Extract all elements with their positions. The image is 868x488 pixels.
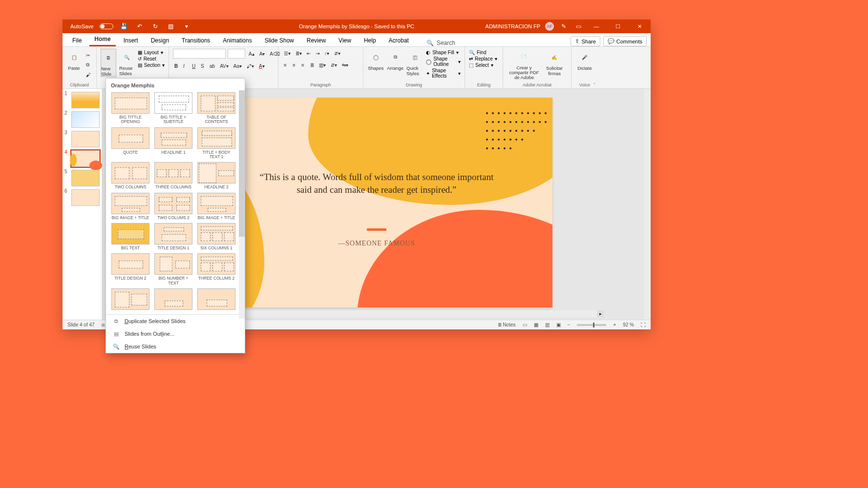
slide-canvas[interactable]: “This is a quote. Words full of wisdom t… xyxy=(201,98,552,307)
qat-more-icon[interactable]: ▾ xyxy=(182,21,191,31)
reuse-slides[interactable]: 🔍Reuse Slides xyxy=(106,340,245,353)
bold-button[interactable]: B xyxy=(173,61,180,70)
slide-thumb-4[interactable]: 4 xyxy=(65,150,99,167)
undo-icon[interactable]: ↶ xyxy=(135,21,145,31)
slide-thumbnails-pane[interactable]: 1 2 3 4 5 6 xyxy=(63,89,103,320)
underline-button[interactable]: U xyxy=(191,61,197,70)
layout-option[interactable] xyxy=(111,288,150,311)
tab-review[interactable]: Review xyxy=(302,34,331,46)
notes-button[interactable]: ≣ Notes xyxy=(498,322,516,327)
layout-option[interactable]: BIG IMAGE + TITLE xyxy=(197,193,236,220)
columns-icon[interactable]: ▥▾ xyxy=(318,61,327,69)
window-maximize[interactable]: ☐ xyxy=(610,20,626,33)
numbering-icon[interactable]: ≣▾ xyxy=(294,49,303,58)
adobe-create-pdf-button[interactable]: 📄Crear y compartir PDF de Adobe xyxy=(507,49,541,80)
line-spacing-icon[interactable]: ↕▾ xyxy=(323,49,331,58)
char-spacing-icon[interactable]: AV▾ xyxy=(218,61,230,70)
slide-thumb-1[interactable]: 1 xyxy=(65,92,99,108)
strike-button[interactable]: S xyxy=(199,61,206,70)
align-right-icon[interactable]: ≡ xyxy=(300,61,307,69)
layout-option[interactable]: BIG NUMBER + TEXT xyxy=(154,253,193,285)
window-close[interactable]: ✕ xyxy=(631,20,648,33)
layout-option[interactable]: HEADLINE 1 xyxy=(154,127,193,160)
quote-text[interactable]: “This is a quote. Words full of wisdom t… xyxy=(259,171,494,196)
layout-option[interactable]: SIX COLUMNS 1 xyxy=(197,223,236,250)
view-slideshow-icon[interactable]: ▣ xyxy=(556,322,561,327)
layout-option[interactable]: BIG TEXT xyxy=(111,223,150,250)
section-button[interactable]: ▤Section ▾ xyxy=(138,62,165,68)
align-justify-icon[interactable]: ≣ xyxy=(309,61,316,69)
comments-button[interactable]: 💬Comments xyxy=(603,36,647,46)
quick-styles-button[interactable]: ◫Quick Styles xyxy=(406,49,423,76)
change-case-icon[interactable]: Aa▾ xyxy=(232,61,243,70)
layout-option[interactable]: TITLE DESIGN 1 xyxy=(154,223,193,250)
grow-font-icon[interactable]: A▴ xyxy=(247,49,256,58)
quote-attribution[interactable]: —SOMEONE FAMOUS xyxy=(201,240,552,247)
tab-transitions[interactable]: Transitions xyxy=(177,34,215,46)
zoom-percent[interactable]: 92 % xyxy=(623,322,634,327)
layout-option[interactable]: TABLE OF CONTENTS xyxy=(197,92,236,124)
tab-insert[interactable]: Insert xyxy=(119,34,143,46)
collapse-ribbon-icon[interactable]: ˄ xyxy=(593,82,596,87)
slide-thumb-2[interactable]: 2 xyxy=(65,111,99,128)
slides-from-outline[interactable]: ▤Slides from Outline... xyxy=(106,327,245,340)
tab-view[interactable]: View xyxy=(334,34,356,46)
slide-counter[interactable]: Slide 4 of 47 xyxy=(67,322,95,327)
flyout-scrollbar[interactable] xyxy=(239,90,245,319)
drawtools-icon[interactable]: ✎ xyxy=(559,21,569,31)
tab-file[interactable]: File xyxy=(67,34,86,46)
tab-home[interactable]: Home xyxy=(89,33,115,46)
zoom-out-button[interactable]: − xyxy=(568,322,571,327)
shapes-button[interactable]: ◯Shapes xyxy=(367,49,384,71)
layout-option[interactable]: HEADLINE 2 xyxy=(197,162,236,189)
zoom-slider[interactable] xyxy=(577,324,606,326)
layout-button[interactable]: ▦Layout ▾ xyxy=(138,50,165,55)
italic-button[interactable]: I xyxy=(182,61,189,70)
view-sorter-icon[interactable]: ▦ xyxy=(534,322,538,327)
shape-fill-button[interactable]: ◐Shape Fill ▾ xyxy=(426,50,461,55)
copy-icon[interactable]: ⧉ xyxy=(85,61,92,69)
layout-option[interactable]: BIG TITTLE + SUBTITLE xyxy=(154,92,193,124)
ribbon-display-icon[interactable]: ▭ xyxy=(573,21,583,31)
view-reading-icon[interactable]: ▥ xyxy=(545,322,550,327)
layout-option[interactable] xyxy=(197,288,236,311)
arrange-button[interactable]: ⧉Arrange xyxy=(387,49,403,71)
tab-acrobat[interactable]: Acrobat xyxy=(384,34,414,46)
layout-option[interactable]: BIG TITTLE OPENING xyxy=(111,92,150,124)
replace-button[interactable]: ⇄Replace ▾ xyxy=(469,56,497,61)
slide-thumb-3[interactable]: 3 xyxy=(65,131,99,147)
indent-inc-icon[interactable]: ⇥ xyxy=(314,49,321,58)
slide-thumb-6[interactable]: 6 xyxy=(65,189,99,206)
new-slide-button[interactable]: 🗎 New Slide xyxy=(101,49,116,77)
indent-dec-icon[interactable]: ⇤ xyxy=(305,49,312,58)
layout-option[interactable]: TITLE + BODY TEXT 1 xyxy=(197,127,236,160)
search-tellme[interactable]: 🔍 Search xyxy=(426,40,455,46)
dictate-button[interactable]: 🎤Dictate xyxy=(575,49,594,71)
align-text-icon[interactable]: ⇵▾ xyxy=(329,61,339,69)
shape-effects-button[interactable]: ✦Shape Effects ▾ xyxy=(426,68,461,79)
text-direction-icon[interactable]: ⇵▾ xyxy=(333,49,342,58)
tab-slide-show[interactable]: Slide Show xyxy=(260,34,299,46)
layout-option[interactable]: THREE COLUMS 2 xyxy=(197,253,236,285)
redo-icon[interactable]: ↻ xyxy=(150,21,160,31)
paste-button[interactable]: 📋 Paste xyxy=(66,49,82,71)
accessibility-icon[interactable]: ⧈ xyxy=(102,322,105,328)
cut-icon[interactable]: ✂ xyxy=(85,51,92,60)
find-button[interactable]: 🔍Find xyxy=(469,50,497,55)
duplicate-selected-slides[interactable]: ⧉Duplicate Selected Slides xyxy=(106,315,245,327)
slideshow-icon[interactable]: ▧ xyxy=(166,21,176,31)
window-minimize[interactable]: — xyxy=(588,20,605,33)
layout-option[interactable]: TWO COLUMNS xyxy=(111,162,150,189)
highlight-icon[interactable]: 🖍▾ xyxy=(245,61,255,70)
smartart-icon[interactable]: ⇆▾ xyxy=(340,61,350,69)
font-color-icon[interactable]: A▾ xyxy=(257,61,266,70)
save-icon[interactable]: 💾 xyxy=(119,21,129,31)
format-painter-icon[interactable]: 🖌 xyxy=(85,70,92,79)
vertical-scrollbar[interactable] xyxy=(644,89,651,320)
align-center-icon[interactable]: ≡ xyxy=(291,61,298,69)
tab-help[interactable]: Help xyxy=(359,34,381,46)
layout-option[interactable]: THREE COLUMNS xyxy=(154,162,193,189)
bullets-icon[interactable]: ☰▾ xyxy=(282,49,292,58)
slide-thumb-5[interactable]: 5 xyxy=(65,170,99,186)
shadow-button[interactable]: ab xyxy=(208,61,216,70)
